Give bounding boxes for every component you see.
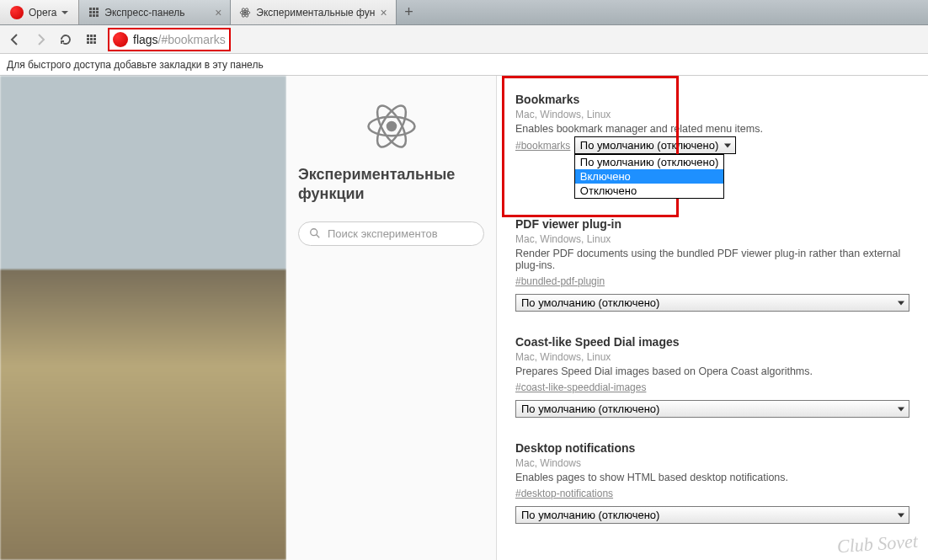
address-bar[interactable]: flags/#bookmarks (108, 28, 231, 51)
flag-anchor-link[interactable]: #desktop-notifications (515, 488, 613, 499)
dropdown-list[interactable]: По умолчанию (отключено) Включено Отключ… (574, 154, 724, 199)
atom-icon (366, 101, 417, 152)
flag-platforms: Mac, Windows, Linux (515, 233, 909, 245)
flag-platforms: Mac, Windows, Linux (515, 109, 909, 120)
flag-anchor-link[interactable]: #bookmarks (515, 140, 570, 152)
url-fragment: /#bookmarks (158, 33, 226, 46)
flag-item: Coast-like Speed Dial images Mac, Window… (515, 335, 909, 418)
atom-icon (239, 7, 251, 19)
back-button[interactable] (7, 31, 24, 48)
tab-strip: Экспресс-панель × Экспериментальные фун … (79, 0, 421, 24)
flag-anchor-link[interactable]: #coast-like-speeddial-images (515, 381, 646, 393)
left-spacer (0, 76, 286, 560)
bookmarks-bar-hint: Для быстрого доступа добавьте закладки в… (0, 54, 928, 76)
flag-anchor-link[interactable]: #bundled-pdf-plugin (515, 275, 605, 287)
flag-title: Coast-like Speed Dial images (515, 335, 909, 349)
opera-logo-icon (113, 32, 128, 47)
flag-select[interactable]: По умолчанию (отключено) (515, 400, 909, 418)
close-icon[interactable]: × (215, 6, 221, 19)
flag-item: Bookmarks Mac, Windows, Linux Enables bo… (515, 93, 909, 158)
search-input[interactable] (328, 227, 473, 240)
flags-list: Bookmarks Mac, Windows, Linux Enables bo… (497, 76, 928, 560)
dropdown-option[interactable]: Включено (575, 169, 723, 184)
chevron-down-icon (61, 11, 68, 14)
opera-logo-icon (10, 6, 24, 19)
new-tab-button[interactable]: + (397, 0, 422, 24)
flag-description: Render PDF documents using the bundled P… (515, 248, 909, 271)
title-bar: Opera Экспресс-панель × Экспериментальны… (0, 0, 928, 25)
flag-select[interactable]: По умолчанию (отключено) (515, 294, 909, 312)
flag-title: Bookmarks (515, 93, 909, 106)
page-title: Экспериментальные функции (298, 165, 484, 205)
content: Экспериментальные функции Bookmarks Mac,… (0, 76, 928, 560)
flag-item: PDF viewer plug-in Mac, Windows, Linux R… (515, 217, 909, 312)
svg-point-8 (311, 229, 317, 236)
tab-speed-dial[interactable]: Экспресс-панель × (79, 0, 231, 24)
flag-title: PDF viewer plug-in (515, 217, 909, 231)
tab-flags[interactable]: Экспериментальные фун × (231, 0, 396, 24)
flag-description: Prepares Speed Dial images based on Oper… (515, 365, 909, 377)
flag-platforms: Mac, Windows, Linux (515, 351, 909, 363)
svg-point-4 (387, 122, 396, 131)
opera-menu-button[interactable]: Opera (0, 0, 79, 24)
search-box[interactable] (298, 221, 484, 246)
flag-select[interactable]: По умолчанию (отключено) (515, 506, 909, 524)
url-path: flags (133, 33, 158, 46)
dropdown-option[interactable]: Отключено (575, 184, 723, 198)
sidebar-panel: Экспериментальные функции (286, 76, 497, 560)
toolbar: flags/#bookmarks (0, 25, 928, 54)
forward-button[interactable] (32, 31, 49, 48)
flag-platforms: Mac, Windows (515, 457, 909, 469)
flag-description: Enables pages to show HTML based desktop… (515, 472, 909, 483)
reload-button[interactable] (57, 31, 74, 48)
svg-point-0 (244, 11, 246, 13)
app-name: Opera (29, 7, 56, 19)
tab-label: Экспериментальные фун (256, 7, 375, 19)
tab-label: Экспресс-панель (104, 7, 184, 19)
dropdown-option[interactable]: По умолчанию (отключено) (575, 155, 723, 169)
flag-select[interactable]: По умолчанию (отключено) (574, 136, 736, 154)
speed-dial-icon (88, 7, 99, 19)
flag-description: Enables bookmark manager and related men… (515, 123, 909, 135)
flag-title: Desktop notifications (515, 441, 909, 455)
watermark: Club Sovet (836, 531, 919, 558)
flag-item: Desktop notifications Mac, Windows Enabl… (515, 441, 909, 524)
search-icon (309, 227, 321, 239)
speed-dial-button[interactable] (83, 31, 99, 48)
close-icon[interactable]: × (380, 6, 387, 19)
svg-line-9 (317, 235, 320, 238)
